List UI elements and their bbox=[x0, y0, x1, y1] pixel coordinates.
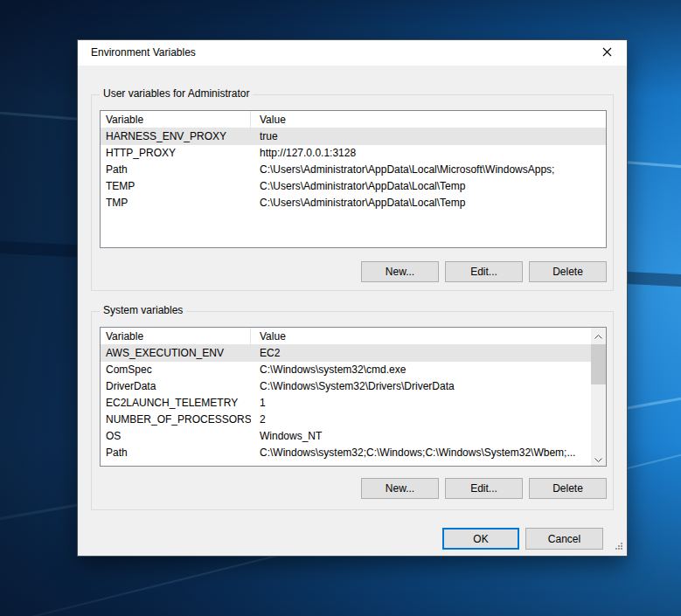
environment-variables-dialog: Environment Variables User variables for… bbox=[77, 39, 628, 557]
table-row[interactable]: OSWindows_NT bbox=[101, 428, 591, 445]
variable-name-cell: TMP bbox=[101, 195, 251, 211]
system-variables-group-label: System variables bbox=[100, 304, 186, 316]
cancel-button[interactable]: Cancel bbox=[525, 528, 603, 550]
table-row[interactable]: ComSpecC:\Windows\system32\cmd.exe bbox=[101, 362, 591, 378]
variable-value-cell: Windows_NT bbox=[251, 428, 591, 445]
column-header-value[interactable]: Value bbox=[251, 111, 606, 128]
table-row[interactable]: HARNESS_ENV_PROXYtrue bbox=[101, 128, 606, 145]
system-new-button[interactable]: New... bbox=[361, 478, 439, 499]
variable-value-cell: C:\Windows\System32\Drivers\DriverData bbox=[251, 378, 591, 395]
table-row[interactable]: TMPC:\Users\Administrator\AppData\Local\… bbox=[101, 195, 606, 211]
table-row[interactable]: AWS_EXECUTION_ENVEC2 bbox=[101, 345, 591, 362]
table-row[interactable]: TEMPC:\Users\Administrator\AppData\Local… bbox=[101, 178, 606, 195]
variable-value-cell: 1 bbox=[251, 395, 591, 412]
close-icon bbox=[602, 47, 612, 59]
variable-value-cell: C:\Windows\system32\cmd.exe bbox=[251, 362, 591, 378]
window-title: Environment Variables bbox=[91, 40, 196, 66]
variable-name-cell: Path bbox=[101, 445, 251, 461]
resize-grip-icon[interactable] bbox=[614, 542, 623, 551]
variable-value-cell: C:\Users\Administrator\AppData\Local\Tem… bbox=[251, 178, 606, 195]
chevron-up-icon bbox=[594, 329, 602, 342]
user-variables-table[interactable]: Variable Value HARNESS_ENV_PROXYtrueHTTP… bbox=[100, 110, 607, 248]
column-header-value[interactable]: Value bbox=[251, 328, 591, 344]
table-header: Variable Value bbox=[101, 328, 591, 345]
user-variables-group-label: User variables for Administrator bbox=[100, 87, 253, 100]
scroll-up-button[interactable] bbox=[591, 328, 606, 343]
table-row[interactable]: PathC:\Users\Administrator\AppData\Local… bbox=[101, 162, 606, 178]
variable-name-cell: AWS_EXECUTION_ENV bbox=[101, 345, 251, 362]
column-header-variable[interactable]: Variable bbox=[101, 111, 251, 128]
system-edit-button[interactable]: Edit... bbox=[445, 478, 523, 499]
user-edit-button[interactable]: Edit... bbox=[445, 261, 523, 282]
ok-button[interactable]: OK bbox=[442, 528, 519, 550]
variable-value-cell: C:\Windows\system32;C:\Windows;C:\Window… bbox=[251, 445, 591, 461]
variable-value-cell: C:\Users\Administrator\AppData\Local\Mic… bbox=[251, 162, 606, 178]
variable-value-cell: true bbox=[251, 128, 606, 145]
variable-value-cell: 2 bbox=[251, 412, 591, 428]
variable-name-cell: EC2LAUNCH_TELEMETRY bbox=[101, 395, 251, 412]
user-delete-button[interactable]: Delete bbox=[529, 261, 607, 282]
system-variables-table[interactable]: Variable Value AWS_EXECUTION_ENVEC2ComSp… bbox=[100, 327, 607, 467]
variable-name-cell: NUMBER_OF_PROCESSORS bbox=[101, 412, 251, 428]
variable-name-cell: HTTP_PROXY bbox=[101, 145, 251, 162]
variable-name-cell: ComSpec bbox=[101, 362, 251, 378]
vertical-scrollbar[interactable] bbox=[591, 328, 606, 466]
variable-value-cell: http://127.0.0.1:3128 bbox=[251, 145, 606, 162]
close-button[interactable] bbox=[587, 40, 627, 66]
table-row[interactable]: DriverDataC:\Windows\System32\Drivers\Dr… bbox=[101, 378, 591, 395]
scrollbar-thumb[interactable] bbox=[591, 344, 606, 384]
variable-name-cell: HARNESS_ENV_PROXY bbox=[101, 128, 251, 145]
column-header-variable[interactable]: Variable bbox=[101, 328, 251, 344]
scroll-down-button[interactable] bbox=[591, 451, 606, 466]
table-row[interactable]: PathC:\Windows\system32;C:\Windows;C:\Wi… bbox=[101, 445, 591, 461]
chevron-down-icon bbox=[594, 453, 602, 465]
variable-value-cell: EC2 bbox=[251, 345, 591, 362]
variable-value-cell: C:\Users\Administrator\AppData\Local\Tem… bbox=[251, 195, 606, 211]
table-header: Variable Value bbox=[101, 111, 606, 128]
titlebar[interactable]: Environment Variables bbox=[78, 40, 627, 66]
variable-name-cell: Path bbox=[101, 162, 251, 178]
table-row[interactable]: EC2LAUNCH_TELEMETRY1 bbox=[101, 395, 591, 412]
variable-name-cell: OS bbox=[101, 428, 251, 445]
system-delete-button[interactable]: Delete bbox=[529, 478, 607, 499]
table-row[interactable]: NUMBER_OF_PROCESSORS2 bbox=[101, 412, 591, 428]
variable-name-cell: TEMP bbox=[101, 178, 251, 195]
table-row[interactable]: HTTP_PROXYhttp://127.0.0.1:3128 bbox=[101, 145, 606, 162]
variable-name-cell: DriverData bbox=[101, 378, 251, 395]
user-new-button[interactable]: New... bbox=[361, 261, 439, 282]
